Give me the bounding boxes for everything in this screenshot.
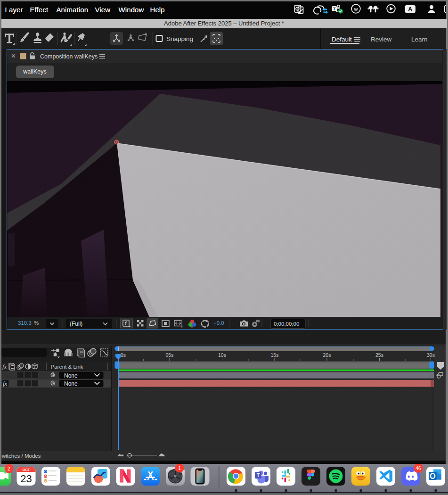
svg-text:0s: 0s xyxy=(121,352,126,358)
svg-text:20s: 20s xyxy=(323,352,331,358)
svg-text:1: 1 xyxy=(178,465,181,471)
svg-text:fx: fx xyxy=(3,380,7,387)
svg-text:30s: 30s xyxy=(427,352,435,358)
svg-text:witches / Modes: witches / Modes xyxy=(1,453,41,459)
svg-text:46: 46 xyxy=(415,465,421,471)
svg-text:T: T xyxy=(333,6,335,11)
svg-text:None: None xyxy=(64,380,78,387)
svg-text:+0.0: +0.0 xyxy=(213,320,224,326)
svg-text:None: None xyxy=(64,372,78,379)
svg-text:A: A xyxy=(408,6,413,13)
svg-text:Composition wallKeys: Composition wallKeys xyxy=(40,53,98,60)
svg-text:23: 23 xyxy=(20,473,32,485)
svg-text:Learn: Learn xyxy=(411,36,428,43)
svg-text:fx: fx xyxy=(2,363,7,370)
svg-text:Snapping: Snapping xyxy=(166,35,193,42)
svg-text:Parent & Link: Parent & Link xyxy=(50,364,83,370)
svg-text:T: T xyxy=(257,472,260,478)
svg-text:0;00;00;00: 0;00;00;00 xyxy=(274,321,299,326)
svg-text:w: w xyxy=(353,6,358,12)
svg-text:OCT: OCT xyxy=(23,468,30,472)
svg-text:25s: 25s xyxy=(375,352,383,358)
svg-text:2: 2 xyxy=(8,466,10,471)
svg-text:Default: Default xyxy=(332,36,352,43)
svg-text:Review: Review xyxy=(371,36,392,43)
svg-text:10s: 10s xyxy=(218,352,226,358)
svg-text:(Full): (Full) xyxy=(70,320,82,327)
svg-text:%: % xyxy=(34,320,39,326)
svg-text:05s: 05s xyxy=(165,352,173,358)
svg-text:15s: 15s xyxy=(270,352,278,358)
svg-text:310.3: 310.3 xyxy=(18,320,32,326)
